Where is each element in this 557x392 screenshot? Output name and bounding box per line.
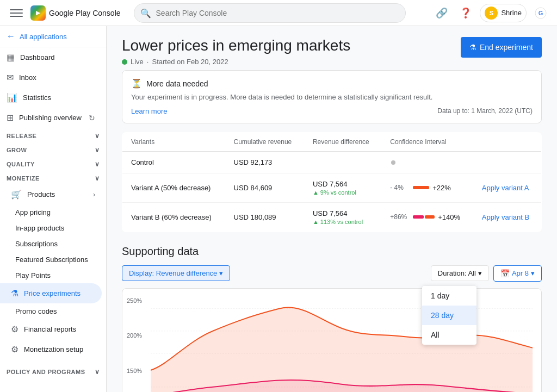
cell-action[interactable]: Apply variant A — [473, 173, 542, 202]
page-status: Live · Started on Feb 20, 2022 — [122, 58, 350, 66]
monetization-setup-icon: ⚙ — [11, 344, 18, 354]
publishing-overview-icon: ⊞ — [7, 113, 14, 123]
chevron-down-icon: ∨ — [95, 160, 100, 168]
chart-y-labels: 250% 200% 150% 50% — [127, 297, 142, 393]
section-label: Policy and programs — [7, 369, 85, 375]
sidebar-item-statistics[interactable]: 📊 Statistics — [0, 88, 102, 108]
svg-text:G: G — [539, 10, 543, 16]
section-label: Release — [7, 133, 36, 139]
link-icon-button[interactable]: 🔗 — [432, 3, 451, 23]
ci-bar — [413, 215, 435, 219]
end-experiment-button[interactable]: ⚗ End experiment — [461, 37, 542, 58]
pct-positive: +86% — [390, 213, 410, 221]
chevron-down-icon: ∨ — [95, 146, 100, 154]
hamburger-icon — [10, 7, 23, 20]
section-release[interactable]: Release ∨ — [0, 128, 106, 142]
col-cumulative-revenue: Cumulative revenue — [225, 132, 304, 151]
sidebar-item-dashboard[interactable]: ▦ Dashboard — [0, 47, 102, 67]
y-label-250: 250% — [127, 297, 142, 304]
section-monetize[interactable]: Monetize ∨ — [0, 170, 106, 184]
supporting-data-section: Supporting data Display: Revenue differe… — [122, 245, 542, 393]
col-variants: Variants — [122, 132, 225, 151]
sidebar-item-featured-subscriptions[interactable]: Featured Subscriptions — [0, 252, 106, 267]
table-row: Variant A (50% decrease) USD 84,609 USD … — [122, 173, 542, 202]
menu-button[interactable] — [7, 3, 26, 23]
sidebar-item-in-app-products[interactable]: In-app products — [0, 220, 106, 236]
duration-dropdown-menu: 1 day 28 day All — [422, 286, 476, 345]
status-live: Live — [131, 58, 144, 66]
date-picker-button[interactable]: 📅 Apr 8 ▾ — [493, 265, 542, 282]
y-label-200: 200% — [127, 332, 142, 339]
sidebar-item-label: Dashboard — [20, 53, 55, 61]
display-label: Display: Revenue difference — [129, 269, 217, 277]
supporting-data-title: Supporting data — [122, 245, 542, 258]
account-button[interactable]: S Shrine — [480, 4, 527, 22]
chevron-down-icon: ▾ — [478, 269, 482, 277]
search-icon: 🔍 — [140, 8, 151, 18]
inbox-icon: ✉ — [7, 72, 14, 83]
financial-reports-icon: ⚙ — [11, 324, 18, 334]
sidebar-item-app-pricing[interactable]: App pricing — [0, 204, 106, 220]
search-input[interactable] — [134, 3, 406, 23]
avatar: S — [485, 7, 498, 20]
apply-variant-b-button[interactable]: Apply variant B — [482, 213, 529, 221]
section-label: Grow — [7, 147, 27, 153]
experiment-icon: ⚗ — [469, 43, 476, 52]
date-label: Apr 8 — [512, 269, 529, 277]
sidebar-item-label: Inbox — [19, 73, 36, 82]
cell-variant: Variant B (60% decrease) — [122, 202, 225, 232]
dropdown-item-28day[interactable]: 28 day — [422, 306, 476, 325]
google-account-icon-button[interactable]: G — [531, 3, 550, 23]
sidebar-item-inbox[interactable]: ✉ Inbox — [0, 67, 102, 88]
cell-revenue-diff: USD 7,564 ▲ 9% vs control — [304, 173, 381, 202]
sidebar-item-label: Financial reports — [24, 325, 76, 333]
chart-controls: Display: Revenue difference ▾ Duration: … — [122, 265, 542, 282]
sidebar-item-promo-codes[interactable]: Promo codes — [0, 303, 106, 319]
section-quality[interactable]: Quality ∨ — [0, 156, 106, 170]
sidebar-item-publishing-overview[interactable]: ⊞ Publishing overview ↻ — [0, 108, 102, 128]
display-dropdown-button[interactable]: Display: Revenue difference ▾ — [122, 265, 230, 281]
topbar: ▶ Google Play Console 🔍 🔗 ❓ S Shrine G — [0, 0, 557, 26]
help-icon-button[interactable]: ❓ — [456, 3, 475, 23]
cell-ci: +86% +140% — [381, 202, 473, 232]
cell-action[interactable]: Apply variant B — [473, 202, 542, 232]
calendar-icon: 📅 — [500, 269, 510, 278]
section-policy[interactable]: Policy and programs ∨ — [0, 364, 106, 378]
learn-more-link[interactable]: Learn more — [131, 107, 167, 115]
pct-bar: - 4% +22% — [390, 184, 465, 192]
back-arrow-icon: ← — [7, 32, 15, 41]
apply-variant-a-button[interactable]: Apply variant A — [482, 184, 529, 192]
ci-orange-segment — [413, 186, 429, 189]
status-separator: · — [147, 58, 149, 66]
dropdown-item-1day[interactable]: 1 day — [422, 286, 476, 306]
dropdown-item-all[interactable]: All — [422, 325, 476, 345]
statistics-icon: 📊 — [7, 92, 17, 103]
sidebar-item-price-experiments[interactable]: ⚗ Price experiments — [0, 283, 102, 303]
chevron-down-icon: ∨ — [95, 368, 100, 376]
sidebar-item-subscriptions[interactable]: Subscriptions — [0, 236, 106, 252]
sidebar-item-monetization-setup[interactable]: ⚙ Monetization setup — [0, 339, 102, 359]
duration-button[interactable]: Duration: All ▾ — [431, 265, 489, 281]
status-started: Started on Feb 20, 2022 — [152, 58, 228, 66]
section-grow[interactable]: Grow ∨ — [0, 142, 106, 156]
sidebar-item-financial-reports[interactable]: ⚙ Financial reports — [0, 319, 102, 339]
play-logo-icon: ▶ — [30, 5, 46, 21]
chart-area: 250% 200% 150% 50% — [122, 288, 542, 393]
sidebar-item-products[interactable]: 🛒 Products › — [0, 184, 102, 204]
table-row: Variant B (60% decrease) USD 180,089 USD… — [122, 202, 542, 232]
search-container: 🔍 — [134, 3, 406, 23]
account-name: Shrine — [501, 9, 522, 17]
expand-icon: › — [93, 191, 95, 198]
col-revenue-difference: Revenue difference — [304, 132, 381, 151]
status-dot-icon — [122, 59, 127, 65]
pct-negative: - 4% — [390, 184, 410, 191]
ci-bar — [413, 186, 429, 189]
dashboard-icon: ▦ — [7, 52, 15, 63]
revenue-sub-text: ▲ 9% vs control — [313, 189, 373, 196]
sidebar-item-play-points[interactable]: Play Points — [0, 267, 106, 283]
revenue-diff-value: USD 7,564 — [313, 180, 373, 188]
page-header: Lower prices in emerging markets Live · … — [122, 37, 542, 66]
table-row: Control USD 92,173 — [122, 151, 542, 173]
back-to-all-apps[interactable]: ← All applications — [0, 26, 106, 47]
topbar-actions: 🔗 ❓ S Shrine G — [432, 3, 550, 23]
